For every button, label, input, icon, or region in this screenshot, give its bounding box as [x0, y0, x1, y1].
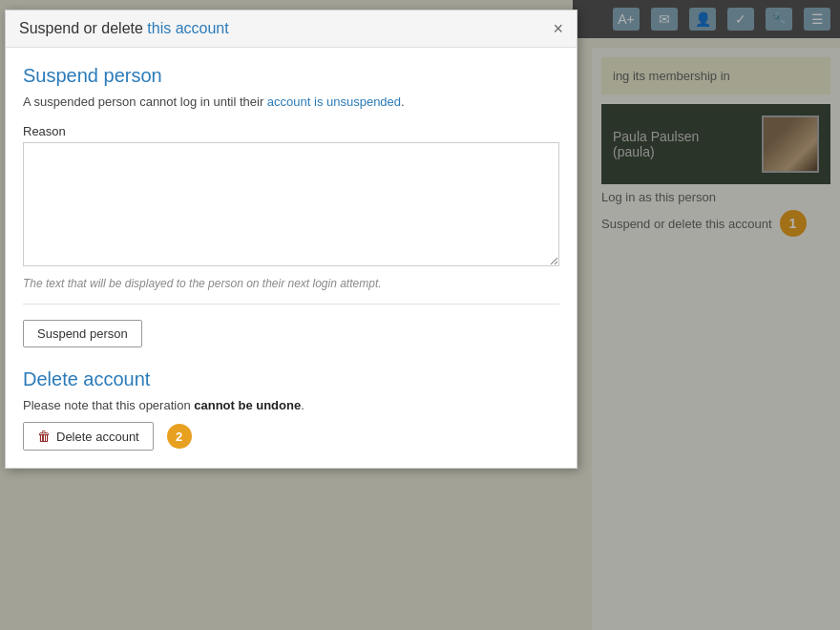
modal-title-highlight: this account	[147, 20, 228, 36]
delete-warning-bold: cannot be undone	[194, 398, 301, 412]
delete-account-button[interactable]: 🗑 Delete account	[23, 422, 154, 451]
modal-close-button[interactable]: ×	[553, 20, 563, 37]
trash-icon: 🗑	[37, 429, 51, 444]
suspend-heading: Suspend person	[23, 65, 559, 87]
suspend-desc-start: A suspended person cannot log in until t…	[23, 94, 267, 109]
reason-label: Reason	[23, 124, 559, 138]
suspend-description: A suspended person cannot log in until t…	[23, 94, 559, 109]
section-divider	[23, 304, 559, 304]
modal-dialog: Suspend or delete this account × Suspend…	[5, 10, 578, 469]
delete-heading: Delete account	[23, 368, 559, 390]
delete-button-row: 🗑 Delete account 2	[23, 422, 559, 451]
suspend-desc-end: .	[401, 94, 405, 109]
delete-warning: Please note that this operation cannot b…	[23, 398, 559, 412]
form-hint: The text that will be displayed to the p…	[23, 277, 559, 290]
modal-body: Suspend person A suspended person cannot…	[6, 48, 577, 468]
account-unsuspended-link[interactable]: account is unsuspended	[267, 94, 401, 109]
delete-warning-end: .	[301, 398, 304, 412]
modal-header: Suspend or delete this account ×	[6, 10, 577, 48]
suspend-person-button[interactable]: Suspend person	[23, 320, 142, 347]
modal-title: Suspend or delete this account	[19, 20, 229, 37]
reason-textarea[interactable]	[23, 142, 559, 266]
modal-title-static: Suspend or delete	[19, 20, 147, 36]
delete-account-label: Delete account	[56, 430, 139, 444]
step2-badge[interactable]: 2	[167, 424, 192, 449]
delete-section: Delete account Please note that this ope…	[23, 365, 559, 451]
delete-warning-start: Please note that this operation	[23, 398, 194, 412]
